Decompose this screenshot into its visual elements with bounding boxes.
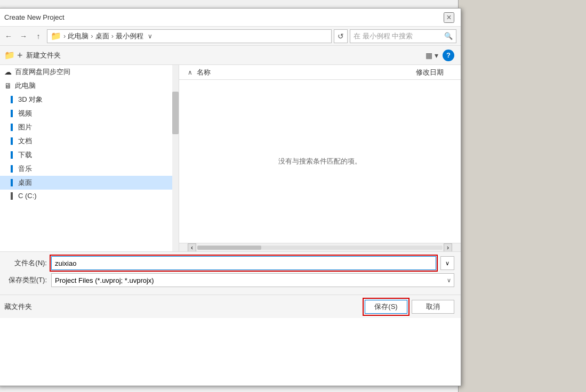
- col-name-header: 名称: [197, 68, 414, 77]
- h-scroll-left-button[interactable]: ‹: [188, 243, 196, 252]
- right-content-panel: ∧ 名称 修改日期 没有与搜索条件匹配的项。 ‹ ›: [179, 65, 461, 251]
- h-scroll-thumb[interactable]: [197, 246, 261, 250]
- sidebar-item-drive-c[interactable]: C (C:): [0, 190, 179, 202]
- main-content-area: ☁ 百度网盘同步空间 🖥 此电脑 3D 对象 视频 图片: [0, 65, 461, 251]
- cancel-button[interactable]: 取消: [412, 300, 454, 314]
- sidebar-item-downloads[interactable]: 下载: [0, 148, 179, 162]
- content-body: 没有与搜索条件匹配的项。: [179, 80, 461, 243]
- back-button[interactable]: ←: [2, 30, 15, 43]
- sidebar-item-thispc[interactable]: 🖥 此电脑: [0, 79, 179, 93]
- view-options: ▦ ▾ ?: [423, 50, 454, 61]
- path-folder: 最小例程: [116, 31, 143, 41]
- new-folder-row: 📁 + 新建文件夹 ▦ ▾ ?: [0, 46, 461, 65]
- plus-icon: +: [17, 51, 23, 60]
- sidebar-item-video[interactable]: 视频: [0, 107, 179, 120]
- filetype-wrapper: Project Files (*.uvproj; *.uvprojx) ∨: [51, 273, 454, 287]
- desktop-icon: [11, 179, 13, 186]
- filetype-select[interactable]: Project Files (*.uvproj; *.uvprojx): [51, 273, 454, 287]
- view-toggle-button[interactable]: ▦ ▾: [423, 50, 440, 61]
- new-folder-label: 新建文件夹: [26, 51, 61, 60]
- hide-folder-label: 藏文件夹: [4, 302, 32, 312]
- sidebar-scroll[interactable]: ☁ 百度网盘同步空间 🖥 此电脑 3D 对象 视频 图片: [0, 65, 179, 251]
- buttons-row: 藏文件夹 保存(S) 取消: [0, 295, 461, 318]
- path-bar[interactable]: 📁 › 此电脑 › 桌面 › 最小例程 ∨: [47, 29, 332, 43]
- baidu-icon: ☁: [4, 68, 12, 76]
- path-sep1: ›: [91, 32, 93, 40]
- new-folder-button[interactable]: 📁 + 新建文件夹: [4, 50, 61, 60]
- sidebar-item-docs[interactable]: 文档: [0, 134, 179, 148]
- sidebar-scrolltrack: [172, 65, 179, 251]
- sidebar-item-music[interactable]: 音乐: [0, 162, 179, 176]
- path-sep0: ›: [63, 32, 66, 40]
- dialog-title: Create New Project: [4, 13, 65, 21]
- h-scrollbar: ‹ ›: [179, 243, 461, 251]
- filename-label: 文件名(N):: [4, 258, 47, 268]
- bottom-form: 文件名(N): ∨ 保存类型(T): Project Files (*.uvpr…: [0, 251, 461, 295]
- path-desktop: 桌面: [95, 31, 109, 41]
- close-button[interactable]: ×: [444, 12, 454, 23]
- path-computer: 此电脑: [68, 31, 89, 41]
- right-panel: [458, 0, 586, 392]
- col-date-header: 修改日期: [416, 68, 444, 77]
- sidebar-item-3d[interactable]: 3D 对象: [0, 93, 179, 107]
- path-sep2: ›: [111, 32, 114, 40]
- folder-icon: 📁: [51, 31, 61, 41]
- new-folder-icon: 📁: [4, 50, 15, 60]
- pc-icon: 🖥: [4, 81, 12, 90]
- sidebar-item-desktop[interactable]: 桌面: [0, 176, 179, 190]
- hide-folder-section: 藏文件夹: [4, 302, 360, 312]
- filetype-row: 保存类型(T): Project Files (*.uvproj; *.uvpr…: [4, 273, 454, 287]
- search-icon: 🔍: [444, 32, 453, 40]
- up-button[interactable]: ↑: [32, 30, 45, 43]
- content-header: ∧ 名称 修改日期: [179, 65, 461, 80]
- refresh-button[interactable]: ↺: [334, 29, 348, 43]
- left-sidebar: ☁ 百度网盘同步空间 🖥 此电脑 3D 对象 视频 图片: [0, 65, 179, 251]
- forward-button[interactable]: →: [17, 30, 30, 43]
- search-bar[interactable]: 在 最小例程 中搜索 🔍: [350, 29, 456, 43]
- filetype-label: 保存类型(T):: [4, 275, 47, 285]
- sidebar-scrollthumb[interactable]: [172, 92, 179, 134]
- filename-row: 文件名(N): ∨: [4, 256, 454, 270]
- h-scroll-right-button[interactable]: ›: [444, 243, 452, 252]
- file-dialog: Create New Project × ← → ↑ 📁 › 此电脑 › 桌面 …: [0, 8, 461, 386]
- help-button[interactable]: ?: [443, 50, 454, 61]
- sidebar-item-baidu[interactable]: ☁ 百度网盘同步空间: [0, 65, 179, 79]
- toolbar: ← → ↑ 📁 › 此电脑 › 桌面 › 最小例程 ∨ ↺ 在 最小例程 中搜索…: [0, 27, 461, 46]
- downloads-icon: [11, 151, 13, 159]
- title-bar: Create New Project ×: [0, 9, 461, 27]
- 3d-icon: [11, 96, 13, 103]
- drive-icon: [11, 192, 13, 200]
- empty-message: 没有与搜索条件匹配的项。: [278, 157, 362, 166]
- pictures-icon: [11, 124, 13, 131]
- docs-icon: [11, 137, 13, 145]
- sidebar-item-pictures[interactable]: 图片: [0, 120, 179, 134]
- h-scroll-track: [197, 246, 443, 250]
- search-placeholder: 在 最小例程 中搜索: [354, 31, 442, 41]
- video-icon: [11, 110, 13, 117]
- filename-dropdown-button[interactable]: ∨: [440, 256, 454, 270]
- sort-up-button[interactable]: ∧: [186, 69, 195, 76]
- music-icon: [11, 165, 13, 173]
- filename-input[interactable]: [51, 256, 436, 270]
- path-dropdown-button[interactable]: ∨: [146, 32, 155, 40]
- save-button[interactable]: 保存(S): [365, 300, 407, 314]
